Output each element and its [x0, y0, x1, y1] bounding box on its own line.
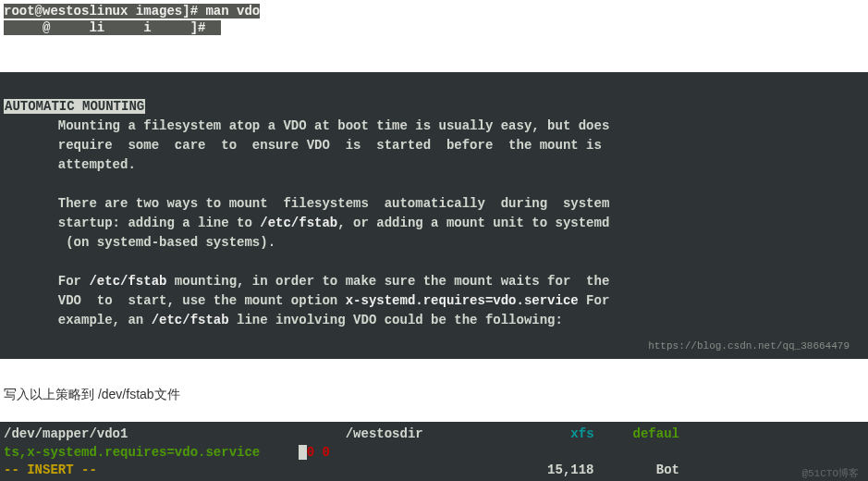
fstab-device: /dev/mapper/vdo1	[4, 426, 128, 441]
vim-location: Bot	[656, 462, 679, 477]
man-text: There are two ways to mount filesystems …	[4, 196, 609, 211]
fstab-pass: 0	[314, 445, 330, 460]
man-text: For	[579, 293, 610, 308]
section-heading: AUTOMATIC MOUNTING	[4, 99, 145, 114]
man-text: Mounting a filesystem atop a VDO at boot…	[4, 118, 609, 133]
man-text: VDO to start, use the mount option	[4, 293, 346, 308]
vim-editor[interactable]: /dev/mapper/vdo1 /westosdir xfs defaul t…	[0, 422, 868, 481]
vim-mode: -- INSERT --	[4, 462, 97, 477]
man-text: (on systemd-based systems).	[4, 235, 275, 250]
vim-position: 15,118	[547, 462, 593, 477]
man-text: attempted.	[4, 157, 136, 172]
man-text: For	[4, 274, 89, 289]
fstab-mountpoint: /westosdir	[346, 426, 423, 441]
fstab-opts: defaul	[633, 426, 679, 441]
path-fstab: /etc/fstab	[89, 274, 166, 289]
csdn-watermark: https://blog.csdn.net/qq_38664479	[648, 339, 850, 354]
instruction-text: 写入以上策略到 /dev/fstab文件	[4, 387, 868, 403]
fstab-fstype: xfs	[570, 426, 593, 441]
prompt-line-2: @ li i ]#	[4, 20, 221, 35]
path-fstab: /etc/fstab	[152, 313, 229, 327]
cursor	[299, 445, 306, 460]
man-page-output: AUTOMATIC MOUNTING Mounting a filesystem…	[0, 72, 868, 359]
fstab-dump: 0	[307, 445, 314, 460]
fstab-opts2: x-systemd.requires=vdo.service	[27, 445, 260, 460]
cto-watermark: @51CTO博客	[801, 467, 859, 481]
mount-option: x-systemd.requires=vdo.service	[346, 293, 579, 308]
path-fstab: /etc/fstab	[260, 216, 337, 230]
man-text: , or adding a mount unit to systemd	[337, 216, 609, 230]
man-text: startup: adding a line to	[4, 216, 260, 230]
fstab-line2: ts,	[4, 445, 27, 460]
prompt-line-1: root@westoslinux images]# man vdo	[4, 4, 260, 18]
man-text: line involving VDO could be the followin…	[229, 313, 563, 327]
man-text: mounting, in order to make sure the moun…	[166, 274, 609, 289]
terminal-top: root@westoslinux images]# man vdo @ li i…	[0, 0, 868, 35]
man-text: require some care to ensure VDO is start…	[4, 138, 602, 153]
man-text: example, an	[4, 313, 152, 327]
